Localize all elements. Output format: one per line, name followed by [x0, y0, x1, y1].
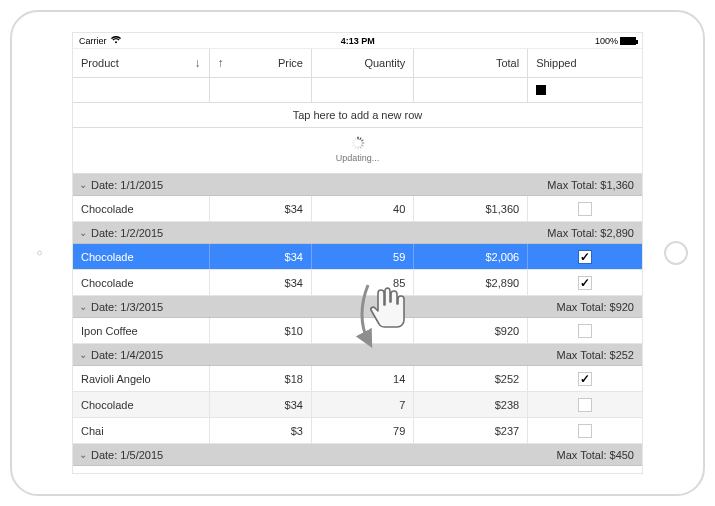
chevron-down-icon: ⌄	[79, 349, 87, 360]
svg-rect-10	[352, 139, 355, 141]
shipped-checkbox[interactable]	[578, 250, 592, 264]
svg-rect-4	[360, 144, 363, 146]
group-summary: Max Total: $450	[557, 449, 634, 461]
column-header-label: Total	[496, 57, 519, 69]
table-row[interactable]: Ravioli Angelo$1814$252	[73, 366, 642, 392]
home-button[interactable]	[664, 241, 688, 265]
column-header-product[interactable]: Product ↓	[73, 49, 210, 77]
group-summary: Max Total: $1,360	[547, 179, 634, 191]
group-summary: Max Total: $920	[557, 301, 634, 313]
filter-row	[73, 78, 642, 103]
group-label: Date: 1/1/2015	[91, 179, 163, 191]
cell-quantity: 40	[312, 196, 414, 221]
cell-shipped	[528, 270, 642, 295]
table-row[interactable]: Chocolade$3485$2,890	[73, 270, 642, 296]
clock-label: 4:13 PM	[121, 36, 595, 46]
cell-product: Chocolade	[73, 392, 210, 417]
filter-cell-product[interactable]	[73, 78, 210, 102]
filter-cell-quantity[interactable]	[312, 78, 414, 102]
spinner-icon	[351, 136, 365, 150]
cell-product: Ravioli Angelo	[73, 366, 210, 391]
shipped-checkbox[interactable]	[578, 202, 592, 216]
grid-body[interactable]: ⌄Date: 1/1/2015Max Total: $1,360Chocolad…	[73, 174, 642, 473]
tablet-frame: Carrier 4:13 PM 100% Product ↓ ↑ Price	[10, 10, 705, 496]
cell-price: $10	[210, 318, 312, 343]
group-header[interactable]: ⌄Date: 1/3/2015Max Total: $920	[73, 296, 642, 318]
table-row[interactable]: Chocolade$3459$2,006	[73, 244, 642, 270]
cell-price: $34	[210, 392, 312, 417]
table-row[interactable]: Ipon Coffee$10$920	[73, 318, 642, 344]
group-header[interactable]: ⌄Date: 1/5/2015Max Total: $450	[73, 444, 642, 466]
cell-shipped	[528, 392, 642, 417]
cell-total: $2,006	[414, 244, 528, 269]
svg-rect-9	[351, 142, 354, 143]
cell-price: $18	[210, 366, 312, 391]
cell-total: $237	[414, 418, 528, 443]
cell-quantity: 85	[312, 270, 414, 295]
shipped-checkbox[interactable]	[578, 276, 592, 290]
filter-cell-price[interactable]	[210, 78, 312, 102]
cell-shipped	[528, 366, 642, 391]
cell-shipped	[528, 196, 642, 221]
battery-icon	[620, 37, 636, 45]
column-header-quantity[interactable]: Quantity	[312, 49, 414, 77]
shipped-checkbox[interactable]	[578, 372, 592, 386]
wifi-icon	[111, 36, 121, 46]
cell-quantity: 79	[312, 418, 414, 443]
column-header-total[interactable]: Total	[414, 49, 528, 77]
svg-rect-11	[354, 137, 356, 140]
column-header-label: Quantity	[364, 57, 405, 69]
cell-total: $2,890	[414, 270, 528, 295]
shipped-checkbox[interactable]	[578, 324, 592, 338]
camera-dot	[37, 251, 42, 256]
column-header-price[interactable]: ↑ Price	[210, 49, 312, 77]
group-label: Date: 1/5/2015	[91, 449, 163, 461]
group-label: Date: 1/4/2015	[91, 349, 163, 361]
sort-indicator-asc-icon: ↑	[218, 56, 224, 70]
cell-product: Chocolade	[73, 196, 210, 221]
table-row[interactable]: Chocolade$347$238	[73, 392, 642, 418]
cell-product: Chocolade	[73, 244, 210, 269]
cell-total: $238	[414, 392, 528, 417]
group-header[interactable]: ⌄Date: 1/1/2015Max Total: $1,360	[73, 174, 642, 196]
cell-shipped	[528, 244, 642, 269]
svg-rect-7	[354, 146, 356, 149]
shipped-checkbox[interactable]	[578, 424, 592, 438]
group-header[interactable]: ⌄Date: 1/4/2015Max Total: $252	[73, 344, 642, 366]
add-new-row[interactable]: Tap here to add a new row	[73, 103, 642, 128]
chevron-down-icon: ⌄	[79, 301, 87, 312]
cell-price: $34	[210, 270, 312, 295]
filter-shipped-checkbox[interactable]	[536, 85, 546, 95]
column-header-label: Shipped	[536, 57, 576, 69]
group-header[interactable]: ⌄Date: 1/2/2015Max Total: $2,890	[73, 222, 642, 244]
cell-price: $34	[210, 196, 312, 221]
column-header-label: Price	[278, 57, 303, 69]
svg-rect-8	[352, 144, 355, 146]
column-header-shipped[interactable]: Shipped	[528, 49, 642, 77]
sort-indicator-desc-icon: ↓	[195, 56, 201, 70]
updating-panel: Updating...	[73, 128, 642, 174]
column-header-row: Product ↓ ↑ Price Quantity Total Shipped	[73, 49, 642, 78]
filter-cell-shipped[interactable]	[528, 78, 642, 102]
cell-shipped	[528, 318, 642, 343]
group-label: Date: 1/3/2015	[91, 301, 163, 313]
chevron-down-icon: ⌄	[79, 179, 87, 190]
cell-quantity	[312, 318, 414, 343]
table-row[interactable]: Chocolade$3440$1,360	[73, 196, 642, 222]
cell-quantity: 7	[312, 392, 414, 417]
cell-product: Chocolade	[73, 270, 210, 295]
filter-cell-total[interactable]	[414, 78, 528, 102]
group-summary: Max Total: $2,890	[547, 227, 634, 239]
svg-rect-3	[361, 142, 364, 143]
svg-rect-0	[357, 137, 358, 140]
shipped-checkbox[interactable]	[578, 398, 592, 412]
cell-quantity: 14	[312, 366, 414, 391]
table-row[interactable]: Chai$379$237	[73, 418, 642, 444]
cell-total: $920	[414, 318, 528, 343]
screen: Carrier 4:13 PM 100% Product ↓ ↑ Price	[72, 32, 643, 474]
group-summary: Max Total: $252	[557, 349, 634, 361]
svg-rect-6	[357, 147, 358, 150]
cell-shipped	[528, 418, 642, 443]
svg-rect-1	[359, 137, 361, 140]
cell-total: $1,360	[414, 196, 528, 221]
